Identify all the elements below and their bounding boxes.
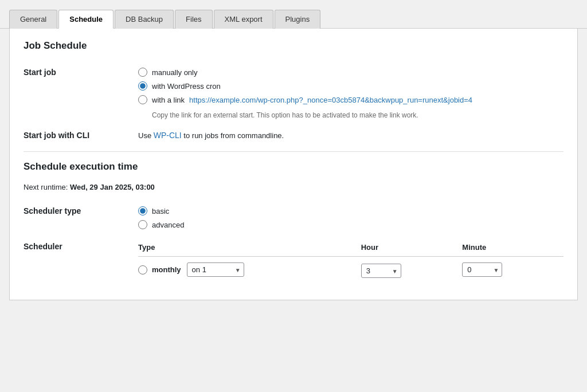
scheduler-type-label: Scheduler type [24, 201, 138, 235]
scheduler-inner-table: Type Hour Minute [138, 241, 563, 283]
radio-monthly[interactable] [138, 265, 147, 275]
wp-cli-link[interactable]: WP-CLI [154, 131, 182, 140]
radio-advanced-label: advanced [152, 221, 184, 229]
minute-cell: 0 51015 202530 354045 5055 ▼ [462, 257, 563, 283]
job-schedule-table: Start job manually only with Word [24, 62, 563, 146]
hour-select[interactable]: 012 3 456 789 101112 131415 161718 [361, 264, 401, 278]
cli-text-before: Use [138, 131, 154, 140]
start-cli-label: Start job with CLI [24, 125, 138, 146]
scheduler-data-row: monthly on 1 on 2 on 3 on [138, 257, 563, 283]
scheduler-type-row: Scheduler type basic advanced [24, 201, 563, 235]
start-cli-content: Use WP-CLI to run jobs from commandline. [138, 125, 563, 146]
scheduler-type-table: Scheduler type basic advanced [24, 201, 563, 288]
cron-link[interactable]: https://example.com/wp-cron.php?_nonce=0… [189, 96, 472, 104]
type-cell: monthly on 1 on 2 on 3 on [138, 257, 361, 283]
tab-schedule[interactable]: Schedule [58, 10, 114, 29]
on-select[interactable]: on 1 on 2 on 3 on 4 on 5 [187, 262, 244, 277]
scheduler-row: Scheduler Type Hour Minute [24, 235, 563, 288]
tab-general[interactable]: General [9, 10, 57, 29]
page-wrapper: General Schedule DB Backup Files XML exp… [0, 0, 587, 392]
minute-select[interactable]: 0 51015 202530 354045 5055 [462, 262, 502, 277]
radio-link-label: with a link [152, 96, 185, 104]
next-runtime-row: Next runtime: Wed, 29 Jan 2025, 03:00 [24, 183, 563, 191]
next-runtime-label: Next runtime: [24, 183, 68, 191]
col-minute-header: Minute [462, 241, 563, 257]
radio-advanced[interactable] [138, 220, 147, 229]
minute-select-wrapper: 0 51015 202530 354045 5055 ▼ [462, 262, 502, 277]
radio-manually[interactable] [138, 68, 147, 77]
job-schedule-title: Job Schedule [24, 40, 563, 52]
type-cell-inner: monthly on 1 on 2 on 3 on [138, 262, 355, 277]
on-select-wrapper: on 1 on 2 on 3 on 4 on 5 ▼ [187, 262, 244, 277]
tab-db-backup[interactable]: DB Backup [115, 10, 174, 29]
start-job-label: Start job [24, 62, 138, 125]
radio-manually-item[interactable]: manually only [138, 68, 563, 77]
section-divider-1 [24, 151, 563, 152]
radio-wp-cron-label: with WordPress cron [152, 82, 221, 91]
scheduler-type-options: basic advanced [138, 201, 563, 235]
radio-monthly-item[interactable]: monthly [138, 265, 181, 275]
radio-link-row: with a link https://example.com/wp-cron.… [138, 95, 563, 104]
radio-advanced-item[interactable]: advanced [138, 220, 563, 229]
scheduler-type-radio-group: basic advanced [138, 206, 563, 229]
start-cli-row: Start job with CLI Use WP-CLI to run job… [24, 125, 563, 146]
schedule-exec-title: Schedule execution time [24, 161, 563, 173]
radio-link[interactable] [138, 95, 147, 104]
scheduler-header-row: Type Hour Minute [138, 241, 563, 257]
start-job-radio-group: manually only with WordPress cron [138, 68, 563, 119]
cron-link-hint: Copy the link for an external start. Thi… [152, 111, 563, 119]
radio-link-item[interactable]: with a link [138, 95, 185, 104]
start-job-row: Start job manually only with Word [24, 62, 563, 125]
radio-monthly-label: monthly [152, 265, 181, 274]
radio-basic[interactable] [138, 206, 147, 215]
radio-wp-cron[interactable] [138, 81, 147, 91]
scheduler-label: Scheduler [24, 235, 138, 288]
content-area: Job Schedule Start job manually only [9, 29, 578, 300]
tab-plugins[interactable]: Plugins [275, 10, 321, 29]
radio-basic-label: basic [152, 207, 169, 215]
tab-files[interactable]: Files [175, 10, 212, 29]
tabs-bar: General Schedule DB Backup Files XML exp… [0, 0, 587, 29]
scheduler-content: Type Hour Minute [138, 235, 563, 288]
hour-select-wrapper: 012 3 456 789 101112 131415 161718 [361, 264, 401, 278]
tab-xml-export[interactable]: XML export [214, 10, 273, 29]
radio-wp-cron-item[interactable]: with WordPress cron [138, 81, 563, 91]
col-hour-header: Hour [361, 241, 463, 257]
cli-text-after: to run jobs from commandline. [182, 131, 284, 140]
next-runtime-value: Wed, 29 Jan 2025, 03:00 [70, 183, 155, 191]
col-type-header: Type [138, 241, 361, 257]
radio-manually-label: manually only [152, 68, 198, 77]
hour-cell: 012 3 456 789 101112 131415 161718 [361, 257, 463, 283]
radio-basic-item[interactable]: basic [138, 206, 563, 215]
start-job-options: manually only with WordPress cron [138, 62, 563, 125]
